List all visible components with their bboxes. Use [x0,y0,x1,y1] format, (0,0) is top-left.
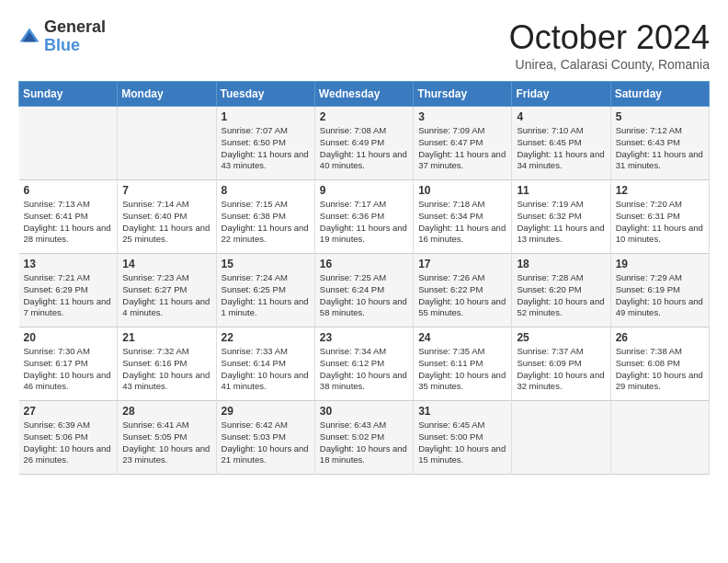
day-number: 25 [517,331,605,344]
cell-week5-day5 [512,401,610,475]
day-number: 9 [320,184,408,197]
cell-info: Sunrise: 7:26 AM Sunset: 6:22 PM Dayligh… [418,272,506,319]
cell-info: Sunrise: 7:32 AM Sunset: 6:16 PM Dayligh… [122,346,210,393]
day-number: 23 [320,331,408,344]
cell-week3-day5: 18Sunrise: 7:28 AM Sunset: 6:20 PM Dayli… [512,254,610,327]
cell-info: Sunrise: 7:25 AM Sunset: 6:24 PM Dayligh… [320,272,408,319]
cell-week5-day1: 28Sunrise: 6:41 AM Sunset: 5:05 PM Dayli… [118,401,216,475]
day-number: 17 [418,258,506,270]
cell-info: Sunrise: 7:34 AM Sunset: 6:12 PM Dayligh… [320,346,408,393]
header-friday: Friday [512,82,610,107]
cell-week1-day3: 2Sunrise: 7:08 AM Sunset: 6:49 PM Daylig… [314,107,413,180]
cell-info: Sunrise: 7:10 AM Sunset: 6:45 PM Dayligh… [517,125,605,172]
location: Unirea, Calarasi County, Romania [509,57,710,72]
cell-week2-day0: 6Sunrise: 7:13 AM Sunset: 6:41 PM Daylig… [19,180,118,254]
day-number: 4 [517,110,605,123]
day-number: 2 [320,110,408,123]
page-header: General Blue October 2024 Unirea, Calara… [18,18,710,72]
cell-info: Sunrise: 7:18 AM Sunset: 6:34 PM Dayligh… [418,199,506,246]
cell-week3-day0: 13Sunrise: 7:21 AM Sunset: 6:29 PM Dayli… [19,254,118,327]
cell-week4-day4: 24Sunrise: 7:35 AM Sunset: 6:11 PM Dayli… [414,327,512,401]
day-number: 16 [320,258,408,270]
day-number: 12 [616,184,704,197]
cell-week1-day6: 5Sunrise: 7:12 AM Sunset: 6:43 PM Daylig… [610,107,709,180]
day-number: 24 [418,331,506,344]
day-number: 30 [320,405,408,418]
day-number: 1 [222,110,310,123]
logo-general: General [44,18,106,37]
day-number: 5 [616,110,704,123]
cell-week5-day0: 27Sunrise: 6:39 AM Sunset: 5:06 PM Dayli… [19,401,118,475]
month-title: October 2024 [509,18,710,57]
cell-week4-day2: 22Sunrise: 7:33 AM Sunset: 6:14 PM Dayli… [216,327,314,401]
cell-week4-day3: 23Sunrise: 7:34 AM Sunset: 6:12 PM Dayli… [314,327,413,401]
week-row-2: 6Sunrise: 7:13 AM Sunset: 6:41 PM Daylig… [19,180,710,254]
day-number: 15 [222,258,310,270]
header-monday: Monday [118,82,216,107]
day-number: 7 [122,184,210,197]
cell-info: Sunrise: 6:43 AM Sunset: 5:02 PM Dayligh… [320,419,408,466]
logo-blue: Blue [44,37,106,55]
cell-week5-day3: 30Sunrise: 6:43 AM Sunset: 5:02 PM Dayli… [314,401,413,475]
week-row-4: 20Sunrise: 7:30 AM Sunset: 6:17 PM Dayli… [19,327,710,401]
cell-info: Sunrise: 7:23 AM Sunset: 6:27 PM Dayligh… [122,272,210,319]
calendar-table: SundayMondayTuesdayWednesdayThursdayFrid… [18,81,710,475]
cell-info: Sunrise: 6:42 AM Sunset: 5:03 PM Dayligh… [222,419,310,466]
cell-info: Sunrise: 6:45 AM Sunset: 5:00 PM Dayligh… [418,419,506,466]
week-row-3: 13Sunrise: 7:21 AM Sunset: 6:29 PM Dayli… [19,254,710,327]
day-number: 19 [616,258,704,270]
week-row-5: 27Sunrise: 6:39 AM Sunset: 5:06 PM Dayli… [19,401,710,475]
cell-week1-day5: 4Sunrise: 7:10 AM Sunset: 6:45 PM Daylig… [512,107,610,180]
cell-info: Sunrise: 7:19 AM Sunset: 6:32 PM Dayligh… [517,199,605,246]
cell-week2-day2: 8Sunrise: 7:15 AM Sunset: 6:38 PM Daylig… [216,180,314,254]
cell-info: Sunrise: 7:08 AM Sunset: 6:49 PM Dayligh… [320,125,408,172]
cell-info: Sunrise: 7:38 AM Sunset: 6:08 PM Dayligh… [616,346,704,393]
header-row: SundayMondayTuesdayWednesdayThursdayFrid… [19,82,710,107]
cell-info: Sunrise: 7:15 AM Sunset: 6:38 PM Dayligh… [222,199,310,246]
day-number: 22 [222,331,310,344]
logo[interactable]: General Blue [18,18,106,55]
cell-week4-day1: 21Sunrise: 7:32 AM Sunset: 6:16 PM Dayli… [118,327,216,401]
header-thursday: Thursday [414,82,512,107]
cell-week1-day4: 3Sunrise: 7:09 AM Sunset: 6:47 PM Daylig… [414,107,512,180]
day-number: 14 [122,258,210,270]
calendar-header: SundayMondayTuesdayWednesdayThursdayFrid… [19,82,710,107]
cell-info: Sunrise: 7:13 AM Sunset: 6:41 PM Dayligh… [24,199,113,246]
cell-week3-day6: 19Sunrise: 7:29 AM Sunset: 6:19 PM Dayli… [610,254,709,327]
cell-week1-day2: 1Sunrise: 7:07 AM Sunset: 6:50 PM Daylig… [216,107,314,180]
cell-week4-day6: 26Sunrise: 7:38 AM Sunset: 6:08 PM Dayli… [610,327,709,401]
calendar-body: 1Sunrise: 7:07 AM Sunset: 6:50 PM Daylig… [19,107,710,475]
header-saturday: Saturday [610,82,709,107]
cell-week3-day1: 14Sunrise: 7:23 AM Sunset: 6:27 PM Dayli… [118,254,216,327]
day-number: 27 [24,405,113,418]
cell-info: Sunrise: 7:28 AM Sunset: 6:20 PM Dayligh… [517,272,605,319]
week-row-1: 1Sunrise: 7:07 AM Sunset: 6:50 PM Daylig… [19,107,710,180]
header-wednesday: Wednesday [314,82,413,107]
header-tuesday: Tuesday [216,82,314,107]
day-number: 8 [222,184,310,197]
logo-text: General Blue [44,18,106,55]
cell-week1-day1 [118,107,216,180]
cell-info: Sunrise: 7:37 AM Sunset: 6:09 PM Dayligh… [517,346,605,393]
cell-info: Sunrise: 7:24 AM Sunset: 6:25 PM Dayligh… [222,272,310,319]
cell-info: Sunrise: 7:29 AM Sunset: 6:19 PM Dayligh… [616,272,704,319]
day-number: 21 [122,331,210,344]
cell-info: Sunrise: 7:14 AM Sunset: 6:40 PM Dayligh… [122,199,210,246]
day-number: 20 [24,331,113,344]
cell-info: Sunrise: 7:20 AM Sunset: 6:31 PM Dayligh… [616,199,704,246]
day-number: 11 [517,184,605,197]
day-number: 28 [122,405,210,418]
day-number: 6 [24,184,113,197]
cell-week3-day4: 17Sunrise: 7:26 AM Sunset: 6:22 PM Dayli… [414,254,512,327]
day-number: 3 [418,110,506,123]
cell-info: Sunrise: 7:07 AM Sunset: 6:50 PM Dayligh… [222,125,310,172]
cell-info: Sunrise: 7:33 AM Sunset: 6:14 PM Dayligh… [222,346,310,393]
day-number: 13 [24,258,113,270]
title-block: October 2024 Unirea, Calarasi County, Ro… [509,18,710,72]
cell-info: Sunrise: 7:17 AM Sunset: 6:36 PM Dayligh… [320,199,408,246]
day-number: 26 [616,331,704,344]
cell-info: Sunrise: 7:12 AM Sunset: 6:43 PM Dayligh… [616,125,704,172]
day-number: 31 [418,405,506,418]
cell-week5-day4: 31Sunrise: 6:45 AM Sunset: 5:00 PM Dayli… [414,401,512,475]
logo-icon [18,26,40,48]
